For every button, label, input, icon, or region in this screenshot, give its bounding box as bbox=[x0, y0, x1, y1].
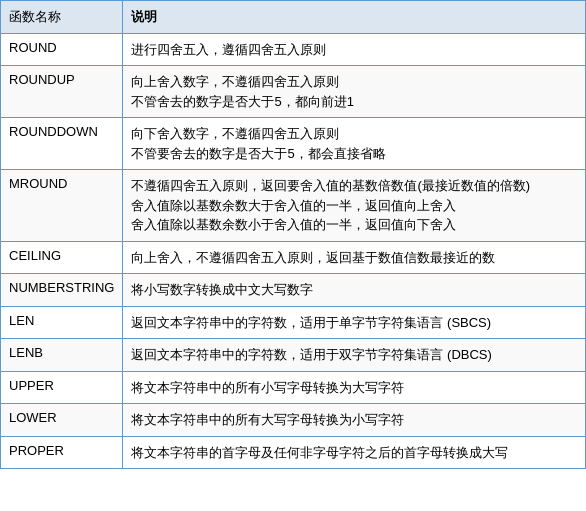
function-name: ROUNDUP bbox=[1, 66, 123, 118]
table-row: PROPER将文本字符串的首字母及任何非字母字符之后的首字母转换成大写 bbox=[1, 436, 586, 469]
function-desc: 向下舍入数字，不遵循四舍五入原则不管要舍去的数字是否大于5，都会直接省略 bbox=[123, 118, 586, 170]
table-row: ROUNDDOWN向下舍入数字，不遵循四舍五入原则不管要舍去的数字是否大于5，都… bbox=[1, 118, 586, 170]
function-name: NUMBERSTRING bbox=[1, 274, 123, 307]
function-name: CEILING bbox=[1, 241, 123, 274]
functions-table: 函数名称 说明 ROUND进行四舍五入，遵循四舍五入原则ROUNDUP向上舍入数… bbox=[0, 0, 586, 469]
function-name: ROUND bbox=[1, 33, 123, 66]
table-row: LOWER将文本字符串中的所有大写字母转换为小写字符 bbox=[1, 404, 586, 437]
function-desc: 将文本字符串的首字母及任何非字母字符之后的首字母转换成大写 bbox=[123, 436, 586, 469]
function-desc: 向上舍入数字，不遵循四舍五入原则不管舍去的数字是否大于5，都向前进1 bbox=[123, 66, 586, 118]
function-desc: 向上舍入，不遵循四舍五入原则，返回基于数值信数最接近的数 bbox=[123, 241, 586, 274]
function-desc: 将文本字符串中的所有小写字母转换为大写字符 bbox=[123, 371, 586, 404]
function-name: LENB bbox=[1, 339, 123, 372]
table-row: UPPER将文本字符串中的所有小写字母转换为大写字符 bbox=[1, 371, 586, 404]
function-name: ROUNDDOWN bbox=[1, 118, 123, 170]
table-row: NUMBERSTRING将小写数字转换成中文大写数字 bbox=[1, 274, 586, 307]
table-row: CEILING向上舍入，不遵循四舍五入原则，返回基于数值信数最接近的数 bbox=[1, 241, 586, 274]
function-desc: 进行四舍五入，遵循四舍五入原则 bbox=[123, 33, 586, 66]
function-name: LOWER bbox=[1, 404, 123, 437]
function-desc: 返回文本字符串中的字符数，适用于单字节字符集语言 (SBCS) bbox=[123, 306, 586, 339]
function-desc: 返回文本字符串中的字符数，适用于双字节字符集语言 (DBCS) bbox=[123, 339, 586, 372]
function-name: LEN bbox=[1, 306, 123, 339]
table-row: MROUND不遵循四舍五入原则，返回要舍入值的基数倍数值(最接近数值的倍数)舍入… bbox=[1, 170, 586, 242]
function-name: MROUND bbox=[1, 170, 123, 242]
header-name: 函数名称 bbox=[1, 1, 123, 34]
header-desc: 说明 bbox=[123, 1, 586, 34]
function-desc: 不遵循四舍五入原则，返回要舍入值的基数倍数值(最接近数值的倍数)舍入值除以基数余… bbox=[123, 170, 586, 242]
function-desc: 将文本字符串中的所有大写字母转换为小写字符 bbox=[123, 404, 586, 437]
table-row: ROUNDUP向上舍入数字，不遵循四舍五入原则不管舍去的数字是否大于5，都向前进… bbox=[1, 66, 586, 118]
table-row: LENB返回文本字符串中的字符数，适用于双字节字符集语言 (DBCS) bbox=[1, 339, 586, 372]
function-name: UPPER bbox=[1, 371, 123, 404]
function-name: PROPER bbox=[1, 436, 123, 469]
table-row: ROUND进行四舍五入，遵循四舍五入原则 bbox=[1, 33, 586, 66]
table-row: LEN返回文本字符串中的字符数，适用于单字节字符集语言 (SBCS) bbox=[1, 306, 586, 339]
function-desc: 将小写数字转换成中文大写数字 bbox=[123, 274, 586, 307]
